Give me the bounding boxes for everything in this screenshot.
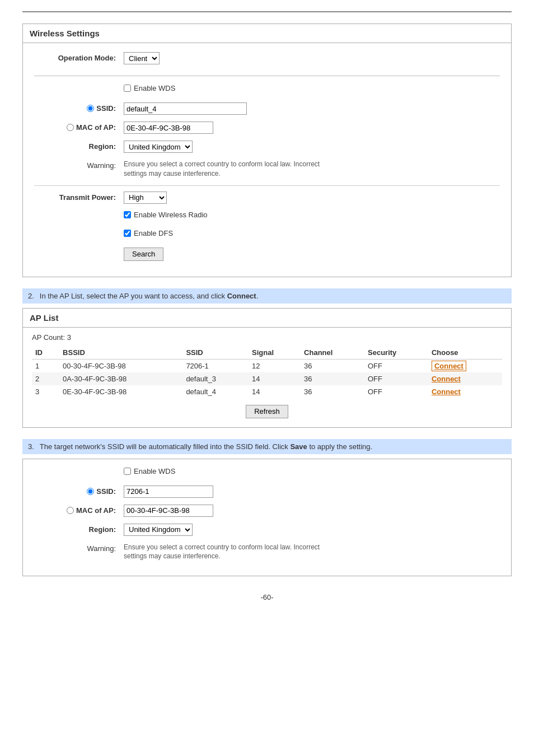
region-row: Region: United Kingdom United States Eur…: [34, 141, 500, 153]
enable-dfs-row: Enable DFS: [34, 229, 500, 241]
table-cell: 36: [301, 372, 364, 385]
table-row: 100-30-4F-9C-3B-987206-11236OFFConnect: [32, 359, 502, 372]
ap-table-body: 100-30-4F-9C-3B-987206-11236OFFConnect20…: [32, 359, 502, 398]
ap-list-panel: AP List AP Count: 3 ID BSSID SSID Signal…: [22, 308, 512, 428]
table-cell: 36: [301, 359, 364, 372]
region-select[interactable]: United Kingdom United States Europe: [124, 141, 193, 153]
ap-list-body: AP Count: 3 ID BSSID SSID Signal Channel…: [23, 328, 511, 427]
mac-of-ap-row: MAC of AP:: [34, 122, 500, 134]
wireless-radio-row: Enable Wireless Radio: [34, 211, 500, 222]
table-cell: 1: [32, 359, 59, 372]
top-divider: [22, 11, 512, 12]
table-cell: 00-30-4F-9C-3B-98: [59, 359, 182, 372]
step3-ssid-input[interactable]: [124, 486, 213, 498]
instruction3-text-end: to apply the setting.: [307, 442, 372, 451]
instruction3-num: 3.: [28, 442, 34, 451]
connect-cell: Connect: [428, 372, 502, 385]
step3-enable-wds-checkbox-row: Enable WDS: [124, 467, 175, 475]
step3-ssid-row: SSID:: [34, 486, 500, 498]
step3-region-select[interactable]: United Kingdom United States: [124, 524, 193, 536]
region-label: Region:: [34, 141, 124, 151]
step3-region-control: United Kingdom United States: [124, 524, 193, 536]
transmit-power-row: Transmit Power: High Medium Low: [34, 192, 500, 204]
enable-wds-checkbox[interactable]: [124, 85, 131, 92]
connect-link[interactable]: Connect: [432, 375, 461, 383]
step3-mac-input[interactable]: [124, 505, 213, 517]
enable-dfs-checkbox[interactable]: [124, 230, 131, 237]
col-security: Security: [364, 346, 428, 360]
step3-enable-wds-row: Enable WDS: [34, 467, 500, 479]
enable-wireless-radio-checkbox[interactable]: [124, 211, 131, 218]
step3-ssid-control: [124, 486, 213, 498]
instruction2-bold: Connect: [227, 292, 256, 300]
table-cell: 2: [32, 372, 59, 385]
mac-radio-input[interactable]: [67, 124, 74, 131]
wireless-radio-spacer: [34, 211, 124, 212]
refresh-button[interactable]: Refresh: [246, 405, 288, 418]
step3-enable-wds-label: Enable WDS: [134, 467, 175, 475]
operation-mode-select[interactable]: Client AP WDS: [124, 52, 160, 64]
region-control: United Kingdom United States Europe: [124, 141, 193, 153]
operation-mode-row: Operation Mode: Client AP WDS: [34, 52, 500, 64]
mac-of-ap-label: MAC of AP:: [34, 122, 124, 133]
ap-table-header: ID BSSID SSID Signal Channel Security Ch…: [32, 346, 502, 360]
mac-input[interactable]: [124, 122, 213, 134]
table-cell: default_3: [182, 372, 249, 385]
table-cell: 7206-1: [182, 359, 249, 372]
table-cell: 36: [301, 385, 364, 398]
table-cell: 14: [249, 385, 301, 398]
instruction3-text-before: The target network's SSID will be automa…: [40, 442, 291, 451]
search-button[interactable]: Search: [124, 248, 163, 261]
ap-count-label: AP Count:: [32, 333, 65, 342]
operation-mode-label: Operation Mode:: [34, 52, 124, 62]
ap-count: AP Count: 3: [32, 333, 502, 342]
ap-table: ID BSSID SSID Signal Channel Security Ch…: [32, 346, 502, 398]
step3-ssid-radio[interactable]: [87, 488, 94, 495]
instruction3-bold: Save: [290, 442, 307, 451]
wireless-radio-checkbox-row: Enable Wireless Radio: [124, 211, 208, 219]
ap-list-title: AP List: [23, 309, 511, 328]
table-cell: OFF: [364, 359, 428, 372]
transmit-power-select[interactable]: High Medium Low: [124, 192, 167, 204]
col-channel: Channel: [301, 346, 364, 360]
table-cell: OFF: [364, 385, 428, 398]
section2-instruction: 2. In the AP List, select the AP you wan…: [22, 288, 512, 304]
table-row: 20A-30-4F-9C-3B-98default_31436OFFConnec…: [32, 372, 502, 385]
step3-region-label: Region:: [34, 524, 124, 534]
step3-region-row: Region: United Kingdom United States: [34, 524, 500, 536]
connect-link[interactable]: Connect: [432, 388, 461, 396]
step3-warning-row: Warning: Ensure you select a correct cou…: [34, 543, 500, 562]
ssid-input[interactable]: [124, 102, 247, 115]
col-bssid: BSSID: [59, 346, 182, 360]
step3-ssid-label-text: SSID:: [96, 487, 116, 496]
wireless-settings-panel: Wireless Settings Operation Mode: Client…: [22, 24, 512, 277]
connect-link[interactable]: Connect: [432, 361, 466, 371]
instruction3-text: The target network's SSID will be automa…: [40, 442, 372, 451]
instruction2-text-before: In the AP List, select the AP you want t…: [40, 292, 227, 300]
mac-label-text: MAC of AP:: [76, 123, 116, 132]
table-cell: 14: [249, 372, 301, 385]
instruction2-num: 2.: [28, 292, 34, 300]
ssid-radio-input[interactable]: [87, 105, 94, 112]
divider1: [34, 76, 500, 76]
col-signal: Signal: [249, 346, 301, 360]
table-cell: 0A-30-4F-9C-3B-98: [59, 372, 182, 385]
enable-wds-row: Enable WDS: [34, 84, 500, 96]
operation-mode-control: Client AP WDS: [124, 52, 160, 64]
warning-label: Warning:: [34, 160, 124, 170]
step3-mac-label: MAC of AP:: [34, 505, 124, 516]
col-id: ID: [32, 346, 59, 360]
step3-mac-control: [124, 505, 213, 517]
connect-cell: Connect: [428, 359, 502, 372]
step3-enable-wds-checkbox[interactable]: [124, 468, 131, 475]
mac-control: [124, 122, 213, 134]
step3-mac-label-text: MAC of AP:: [76, 506, 116, 515]
table-cell: 12: [249, 359, 301, 372]
search-button-row: Search: [34, 248, 500, 261]
warning-text: Ensure you select a correct country to c…: [124, 160, 336, 179]
ssid-row: SSID:: [34, 102, 500, 115]
col-ssid: SSID: [182, 346, 249, 360]
transmit-power-label: Transmit Power:: [34, 192, 124, 202]
enable-dfs-label: Enable DFS: [134, 229, 173, 237]
step3-mac-radio[interactable]: [67, 507, 74, 514]
